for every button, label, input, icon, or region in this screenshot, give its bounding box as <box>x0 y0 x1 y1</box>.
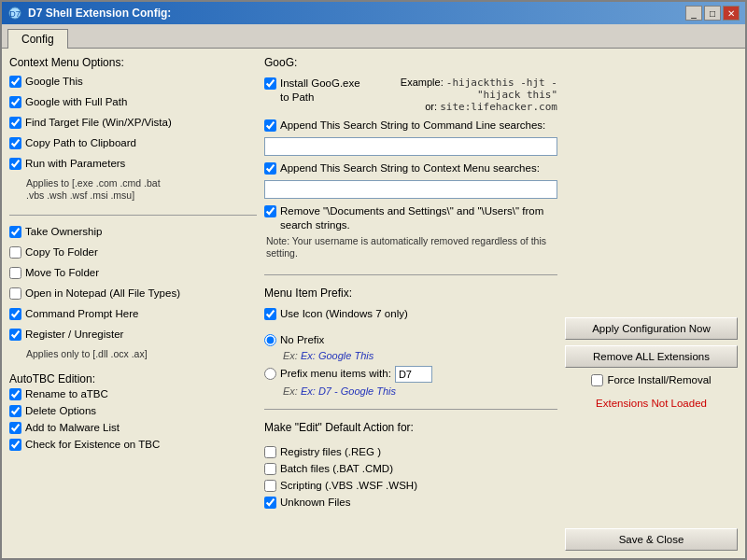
append-cmd-checkbox[interactable] <box>264 119 276 132</box>
prefix-value-input[interactable] <box>395 366 432 383</box>
rename-tbc-label: Rename to aTBC <box>25 387 108 401</box>
copy-folder-checkbox[interactable] <box>9 246 21 259</box>
prefix-example-block: Ex: Ex: D7 - Google This <box>283 385 557 398</box>
remove-extensions-button[interactable]: Remove ALL Extensions <box>565 345 738 368</box>
example-value: -hijackthis -hjt -"hijack this" <box>446 77 557 101</box>
append-cmd-label: Append This Search String to Command Lin… <box>280 119 545 133</box>
install-goog-checkbox[interactable] <box>264 77 276 90</box>
force-install-checkbox[interactable] <box>591 374 603 386</box>
prefix-example: Ex: D7 - Google This <box>301 385 396 397</box>
remove-docs-label: Remove "\Documents and Settings\" and "\… <box>280 204 557 232</box>
add-malware-item: Add to Malware List <box>9 421 257 435</box>
append-cmd-input[interactable] <box>264 137 557 156</box>
append-ctx-checkbox[interactable] <box>264 162 276 175</box>
bat-files-checkbox[interactable] <box>264 463 276 475</box>
move-folder-checkbox[interactable] <box>9 267 21 279</box>
tab-config[interactable]: Config <box>7 29 68 49</box>
find-target-checkbox[interactable] <box>9 117 21 129</box>
prefix-ex-label: Ex: <box>283 385 301 397</box>
unknown-files-item: Unknown Files <box>264 496 557 510</box>
middle-panel: GooG: Install GooG.exe to Path Example: … <box>264 56 557 551</box>
bat-files-label: Batch files (.BAT .CMD) <box>280 462 393 476</box>
find-target-label: Find Target File (Win/XP/Vista) <box>25 116 172 130</box>
open-notepad-item: Open in Notepad (All File Types) <box>9 287 257 301</box>
run-params-sub: Applies to [.exe .com .cmd .bat.vbs .wsh… <box>26 177 257 203</box>
check-existence-checkbox[interactable] <box>9 439 21 451</box>
example-label: Example: <box>401 77 444 88</box>
no-prefix-example: Ex: Google This <box>301 350 374 361</box>
autotbc-section: AutoTBC Edition: Rename to aTBC Delete O… <box>9 372 257 455</box>
goog-label: GooG: <box>264 56 557 69</box>
or-label: or: <box>425 101 437 112</box>
copy-path-checkbox[interactable] <box>9 137 21 149</box>
register-checkbox[interactable] <box>9 329 21 341</box>
add-malware-checkbox[interactable] <box>9 422 21 434</box>
append-ctx-input[interactable] <box>264 180 557 199</box>
maximize-button[interactable]: □ <box>704 6 721 21</box>
extensions-status: Extensions Not Loaded <box>565 396 738 411</box>
content-area: Context Menu Options: Google This Google… <box>2 49 745 558</box>
append-ctx-item: Append This Search String to Context Men… <box>264 161 557 175</box>
divider-3 <box>264 409 557 410</box>
append-cmd-section: Append This Search String to Command Lin… <box>264 119 557 156</box>
use-icon-label: Use Icon (Windows 7 only) <box>280 307 408 321</box>
check-existence-label: Check for Existence on TBC <box>25 438 160 452</box>
append-ctx-section: Append This Search String to Context Men… <box>264 161 557 199</box>
open-notepad-checkbox[interactable] <box>9 287 21 300</box>
google-full-path-label: Google with Full Path <box>25 95 127 109</box>
context-menu-label: Context Menu Options: <box>9 56 257 69</box>
register-sub: Applies only to [.dll .ocx .ax] <box>26 348 257 361</box>
delete-options-checkbox[interactable] <box>9 405 21 417</box>
no-prefix-radio[interactable] <box>264 334 276 346</box>
or-value: site:lifehacker.com <box>440 101 557 113</box>
google-this-checkbox[interactable] <box>9 76 21 88</box>
bat-files-item: Batch files (.BAT .CMD) <box>264 462 557 476</box>
delete-options-label: Delete Options <box>25 404 96 418</box>
use-icon-checkbox[interactable] <box>264 308 276 320</box>
reg-files-checkbox[interactable] <box>264 446 276 458</box>
prefix-items-item: Prefix menu items with: <box>264 366 557 383</box>
minimize-button[interactable]: _ <box>685 6 702 21</box>
google-full-path-checkbox[interactable] <box>9 96 21 108</box>
open-notepad-label: Open in Notepad (All File Types) <box>25 287 180 301</box>
use-icon-item: Use Icon (Windows 7 only) <box>264 307 557 321</box>
google-this-label: Google This <box>25 75 83 89</box>
prefix-items-radio[interactable] <box>264 368 276 380</box>
script-files-checkbox[interactable] <box>264 480 276 492</box>
prefix-section: No Prefix Ex: Ex: Google This Prefix men… <box>264 333 557 398</box>
prefix-items-label: Prefix menu items with: <box>280 367 391 381</box>
register-label: Register / Unregister <box>25 328 123 342</box>
close-button[interactable]: ✕ <box>723 6 740 21</box>
force-install-label: Force Install/Removal <box>607 373 711 387</box>
run-params-item: Run with Parameters <box>9 157 257 171</box>
divider-1 <box>9 215 257 216</box>
append-cmd-item: Append This Search String to Command Lin… <box>264 119 557 133</box>
cmd-here-checkbox[interactable] <box>9 308 21 320</box>
divider-2 <box>264 274 557 275</box>
check-existence-item: Check for Existence on TBC <box>9 438 257 452</box>
find-target-item: Find Target File (Win/XP/Vista) <box>9 116 257 130</box>
cmd-here-label: Command Prompt Here <box>25 307 138 321</box>
unknown-files-label: Unknown Files <box>280 496 350 510</box>
script-files-label: Scripting (.VBS .WSF .WSH) <box>280 479 417 493</box>
add-malware-label: Add to Malware List <box>25 421 120 435</box>
make-edit-section: Registry files (.REG ) Batch files (.BAT… <box>264 445 557 512</box>
rename-tbc-checkbox[interactable] <box>9 388 21 400</box>
reg-files-item: Registry files (.REG ) <box>264 445 557 459</box>
apply-config-button[interactable]: Apply Configuration Now <box>565 317 738 340</box>
run-params-checkbox[interactable] <box>9 158 21 170</box>
script-files-item: Scripting (.VBS .WSF .WSH) <box>264 479 557 493</box>
copy-folder-label: Copy To Folder <box>25 245 98 259</box>
move-folder-item: Move To Folder <box>9 266 257 280</box>
remove-docs-section: Remove "\Documents and Settings\" and "\… <box>264 204 557 263</box>
unknown-files-checkbox[interactable] <box>264 497 276 509</box>
menu-prefix-label: Menu Item Prefix: <box>264 287 557 300</box>
main-window: D7 D7 Shell Extension Config: _ □ ✕ Conf… <box>0 0 747 560</box>
rename-tbc-item: Rename to aTBC <box>9 387 257 401</box>
take-ownership-label: Take Ownership <box>25 225 102 239</box>
goog-example-block: Example: -hijackthis -hjt -"hijack this"… <box>370 77 557 113</box>
no-prefix-label: No Prefix <box>280 333 324 347</box>
take-ownership-checkbox[interactable] <box>9 226 21 238</box>
remove-docs-checkbox[interactable] <box>264 205 276 217</box>
save-close-button[interactable]: Save & Close <box>565 528 738 551</box>
